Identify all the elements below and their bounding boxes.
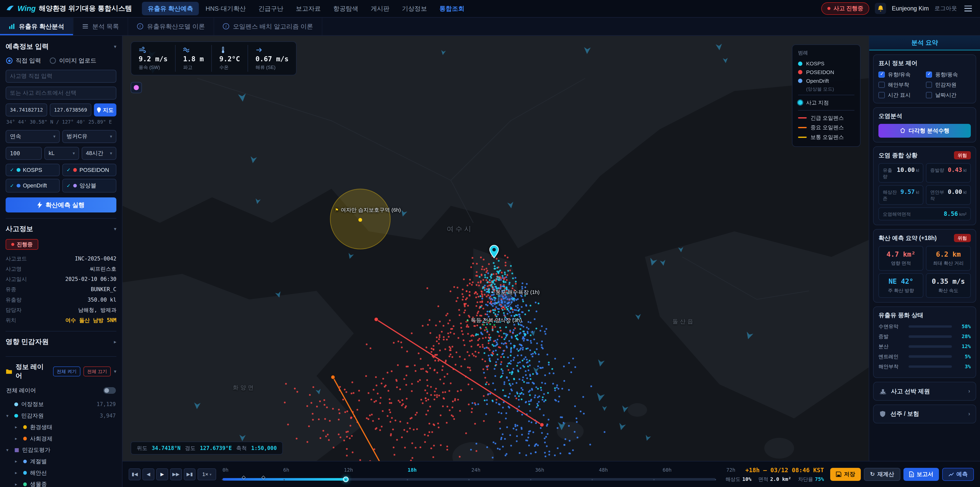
layers-all-off-button[interactable]: 전체 끄기 [83,366,111,377]
layer-dot-icon [23,437,27,441]
timeline-tick[interactable]: 48h [599,467,608,473]
step-back-button[interactable]: ◀ [142,468,154,481]
model-toggle-poseidon[interactable]: ✓POSEIDON [62,164,116,176]
layer-item[interactable]: ▸사회경제 [6,433,116,444]
display-option[interactable]: 풍향/풍속 [926,71,971,78]
fence-event-marker[interactable]: ◇ [242,474,245,480]
tab-analysis-list[interactable]: 분석 목록 [73,18,128,35]
map[interactable]: 여수시화양면돌산읍⚑여자만 습지보호구역 (6h)●웅포 해수욕장 (1h)●독… [123,36,869,461]
predict-section-header[interactable]: 예측정보 입력 ▾ [6,39,116,56]
report-button[interactable]: 보고서 [904,468,939,481]
layer-item[interactable]: ▸생물종 [6,479,116,487]
all-layers-toggle[interactable] [103,387,116,394]
timeline-tick[interactable]: 24h [471,467,480,473]
model-toggle-opendrift[interactable]: ✓OpenDrift [6,179,60,193]
chevron-down-icon: ▾ [114,226,116,232]
model-toggle-kosps[interactable]: ✓KOSPS [6,164,60,176]
skip-start-button[interactable]: ▮◀ [129,468,141,481]
nav-spill-prediction[interactable]: 유출유 확산예측 [142,2,199,15]
incident-list-input[interactable] [6,86,116,100]
timeline-tick[interactable]: 60h [662,467,671,473]
timeline-tick[interactable]: 12h [344,467,353,473]
chevron-down-icon[interactable]: ▾ [6,447,11,453]
tab-boom-algorithm-theory[interactable]: i 오일펜스 배치 알고리즘 이론 [214,18,322,35]
timeline-slider[interactable]: ◇◇ [223,476,716,482]
incident-info-row: 담당자남해청, 방제과 [6,305,116,315]
model-toggle-ensemble[interactable]: ✓앙상블 [62,179,116,193]
nav-hns[interactable]: HNS·대기확산 [200,2,251,15]
amount-input[interactable] [6,147,42,160]
notification-bell-icon[interactable] [875,3,886,14]
chevron-right-icon[interactable]: ▸ [15,470,20,476]
layer-item[interactable]: 어장정보17,129 [6,399,116,410]
timeline-tick[interactable]: 18h [407,467,417,473]
user-name[interactable]: Eunjeong Kim [892,5,929,12]
chevron-down-icon[interactable]: ▾ [6,413,11,418]
layers-all-on-button[interactable]: 전체 켜기 [53,366,80,377]
layer-item[interactable]: ▾▦민감도평가 [6,444,116,456]
chevron-right-icon[interactable]: ▸ [15,459,20,464]
incident-section-title: 사고정보 [6,224,33,233]
layer-item[interactable]: ▸해안선 [6,467,116,479]
nav-reports[interactable]: 보고자료 [290,2,326,15]
nav-weather[interactable]: 기상정보 [396,2,433,15]
display-option[interactable]: 해안부착 [878,81,923,88]
skip-end-button[interactable]: ▶▮ [184,468,196,481]
analysis-summary-panel[interactable]: 분석 요약 표시 정보 제어 유향/유속풍향/풍속해안부착민감자원시간 표시날짜… [869,36,980,461]
display-option[interactable]: 민감자원 [926,81,971,88]
save-label: 저장 [844,470,855,478]
display-option[interactable]: 유향/유속 [878,71,923,78]
tab-model-theory[interactable]: i 유출유확산모델 이론 [128,18,214,35]
spill-mode-select[interactable]: 연속▾ [6,130,60,143]
layer-item[interactable]: ▸환경생태 [6,422,116,433]
map-pick-button[interactable]: 지도 [94,104,116,117]
predict-button[interactable]: 예측 [942,468,974,481]
recalculate-button[interactable]: ↻ 재계산 [864,468,900,481]
latitude-input[interactable] [6,104,47,117]
menu-icon[interactable] [963,3,974,13]
timeline-tick[interactable]: 6h [283,467,290,473]
layers-section-header[interactable]: 정보 레이어 전체 켜기 전체 끄기 ▾ [6,356,116,385]
owner-insurance-section[interactable]: 선주 / 보험 › [873,404,977,423]
run-prediction-button[interactable]: 확산예측 실행 [6,197,116,212]
polygon-analysis-button[interactable]: 다각형 분석수행 [878,124,970,138]
incident-section-header[interactable]: 사고정보 ▾ [6,218,116,238]
timeline-tick[interactable]: 72h [726,467,735,473]
play-button[interactable]: ▶ [156,468,168,481]
left-sidebar[interactable]: 예측정보 입력 ▾ 직접 입력 이미지 업로드 지도 34° 44' 30.58… [0,36,123,487]
vessel-specs-section[interactable]: 사고 선박 제원 › [873,382,977,401]
spill-point-pin[interactable] [489,245,499,259]
tab-analysis-summary[interactable]: 분석 요약 [869,36,980,51]
tab-spill-analysis[interactable]: 유출유 확산분석 [0,18,73,35]
save-button[interactable]: 저장 [830,468,861,481]
map-style-button[interactable] [130,82,142,93]
nav-rescue[interactable]: 긴급구난 [253,2,289,15]
pollution-analysis-card: 오염분석 다각형 분석수행 [873,107,977,142]
checkbox-icon [926,82,932,88]
chevron-right-icon[interactable]: ▸ [15,425,20,430]
unit-select[interactable]: kL▾ [45,147,79,160]
layer-item[interactable]: ▸계절별 [6,456,116,467]
incident-name-input[interactable] [6,70,116,83]
logout-button[interactable]: 로그아웃 [934,5,957,12]
sensitive-section-header[interactable]: 영향 민감자원 ▸ [6,331,116,351]
display-option[interactable]: 시간 표시 [878,91,923,99]
timeline-tick[interactable]: 0h [223,467,229,473]
speed-select[interactable]: 1×▾ [197,468,216,481]
oil-type-select[interactable]: 벙커C유▾ [62,130,116,143]
chevron-right-icon[interactable]: ▸ [15,436,20,441]
chevron-right-icon[interactable]: ▸ [15,482,20,487]
fence-event-marker[interactable]: ◇ [262,474,266,480]
nav-aerial-search[interactable]: 항공탐색 [328,2,364,15]
display-option[interactable]: 날짜시간 [926,91,971,99]
timeline-tick[interactable]: 36h [535,467,544,473]
incident-status-badge[interactable]: 사고 진행중 [821,2,870,15]
radio-image-upload[interactable]: 이미지 업로드 [50,57,97,65]
longitude-input[interactable] [50,104,91,117]
duration-select[interactable]: 48시간▾ [82,147,116,160]
fast-forward-button[interactable]: ▶▶ [170,468,182,481]
nav-integrated-search[interactable]: 통합조회 [434,2,470,15]
layer-item[interactable]: ▾민감자원3,947 [6,410,116,422]
radio-direct-input[interactable]: 직접 입력 [6,57,41,65]
nav-board[interactable]: 게시판 [365,2,395,15]
